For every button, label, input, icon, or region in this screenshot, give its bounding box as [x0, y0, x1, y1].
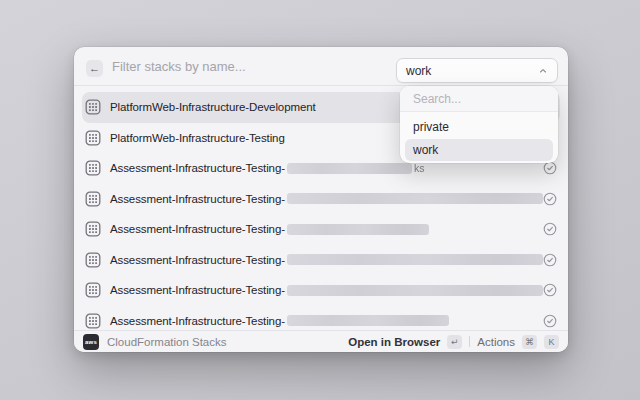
cmd-key-icon: ⌘ — [522, 335, 537, 349]
stack-grid-icon — [85, 160, 101, 176]
filter-input[interactable]: Filter stacks by name... — [112, 47, 246, 86]
scope-dropdown-panel: Search... privatework — [400, 86, 558, 163]
list-item[interactable]: Assessment-Infrastructure-Testing- — [82, 275, 560, 306]
arrow-left-icon: ← — [89, 63, 100, 74]
stack-name: Assessment-Infrastructure-Testing- — [110, 193, 285, 205]
stack-name-tail: ks — [414, 162, 425, 174]
list-item[interactable]: Assessment-Infrastructure-Testing- — [82, 184, 560, 215]
stack-name: Assessment-Infrastructure-Testing- — [110, 254, 285, 266]
redacted-text — [287, 315, 449, 326]
redacted-text — [287, 193, 543, 204]
dropdown-option-private[interactable]: private — [405, 116, 553, 138]
check-circle-icon — [543, 222, 557, 236]
chevron-up-icon — [538, 66, 548, 76]
stack-grid-icon — [85, 99, 101, 115]
redacted-text — [287, 163, 412, 174]
redacted-text — [287, 224, 429, 235]
stack-name: Assessment-Infrastructure-Testing- — [110, 284, 285, 296]
stack-name: PlatformWeb-Infrastructure-Testing — [110, 132, 285, 144]
extension-title: CloudFormation Stacks — [107, 336, 227, 348]
check-circle-icon — [543, 253, 557, 267]
redacted-text — [287, 254, 543, 265]
stack-grid-icon — [85, 282, 101, 298]
dropdown-options: privatework — [400, 112, 558, 163]
stack-name: Assessment-Infrastructure-Testing- — [110, 223, 285, 235]
scope-dropdown-trigger[interactable]: work — [396, 58, 558, 83]
aws-icon: aws — [83, 334, 99, 350]
list-item[interactable]: Assessment-Infrastructure-Testing- — [82, 214, 560, 245]
stack-grid-icon — [85, 221, 101, 237]
stack-name: PlatformWeb-Infrastructure-Development — [110, 101, 316, 113]
list-item[interactable]: Assessment-Infrastructure-Testing- — [82, 306, 560, 331]
check-circle-icon — [543, 192, 557, 206]
redacted-text — [287, 285, 543, 296]
dropdown-option-work[interactable]: work — [405, 139, 553, 161]
list-item[interactable]: Assessment-Infrastructure-Testing- — [82, 245, 560, 276]
status-bar: aws CloudFormation Stacks Open in Browse… — [74, 330, 568, 352]
stack-name: Assessment-Infrastructure-Testing- — [110, 162, 285, 174]
stack-grid-icon — [85, 191, 101, 207]
check-circle-icon — [543, 283, 557, 297]
back-button[interactable]: ← — [86, 60, 103, 77]
scope-dropdown-value: work — [406, 64, 431, 78]
footer-divider — [469, 336, 470, 347]
actions-button[interactable]: Actions — [477, 336, 515, 348]
stack-grid-icon — [85, 313, 101, 329]
open-in-browser-button[interactable]: Open in Browser — [348, 336, 440, 348]
search-bar: ← Filter stacks by name... work — [74, 47, 568, 86]
check-circle-icon — [543, 314, 557, 328]
launcher-window: ← Filter stacks by name... work Platform… — [74, 47, 568, 352]
dropdown-search-input[interactable]: Search... — [400, 86, 558, 112]
enter-key-icon: ↵ — [447, 335, 462, 349]
check-circle-icon — [543, 161, 557, 175]
stack-name: Assessment-Infrastructure-Testing- — [110, 315, 285, 327]
k-key-icon: K — [544, 335, 559, 349]
stack-grid-icon — [85, 130, 101, 146]
stack-grid-icon — [85, 252, 101, 268]
